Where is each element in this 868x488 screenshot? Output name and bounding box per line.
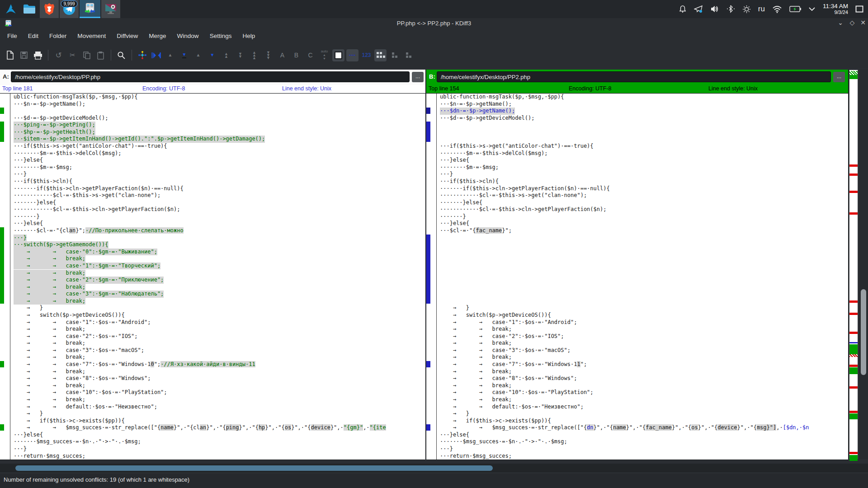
select-line-b-button[interactable]: B xyxy=(290,49,302,61)
brave-browser-icon[interactable] xyxy=(40,0,59,18)
copy-button[interactable] xyxy=(80,49,93,61)
horizontal-scrollbar-thumb[interactable] xyxy=(15,465,493,471)
word-wrap-button[interactable] xyxy=(374,49,387,61)
overview-diff-mark xyxy=(849,452,858,454)
battery-icon[interactable] xyxy=(789,6,801,12)
diff-gutter-mark xyxy=(426,235,430,304)
keyboard-layout-indicator[interactable]: ru xyxy=(758,5,765,14)
pane-b-encoding: Encoding: UTF-8 xyxy=(569,85,611,92)
menu-edit[interactable]: Edit xyxy=(23,30,44,42)
select-line-c-button[interactable]: C xyxy=(304,49,316,61)
code-line: ···$cl·=·"{fac_name}"; xyxy=(440,227,848,235)
go-prev-delta-button[interactable]: ▲ xyxy=(192,49,204,61)
window-titlebar[interactable]: PP.php <-> PP2.php - KDiff3 ⌄ ◇ ✕ xyxy=(0,18,868,30)
diff-overview-column[interactable] xyxy=(849,70,858,459)
close-button[interactable]: ✕ xyxy=(858,19,868,26)
kdiff3-taskbar-icon[interactable] xyxy=(80,0,100,18)
print-button[interactable] xyxy=(32,49,44,61)
pane-b-browse-button[interactable]: ... xyxy=(833,72,845,82)
code-line: ········$m·=·$msg; xyxy=(440,164,848,171)
code-line: ············$cl·=·$this->cln->getPlayerF… xyxy=(440,206,848,213)
menu-help[interactable]: Help xyxy=(237,30,260,42)
go-prev-unsolved-conflict-button[interactable]: ▲▲▲ xyxy=(248,49,260,61)
overview-diff-mark xyxy=(849,191,858,193)
cut-button[interactable]: ✂ xyxy=(66,49,79,61)
code-line: → } xyxy=(14,410,425,418)
undo-button[interactable]: ↺ xyxy=(52,49,65,61)
pane-a-code-area[interactable]: ublic·function·msgTask($p,·$msg,·$pp){··… xyxy=(0,93,425,460)
code-line: → → break; xyxy=(14,298,425,305)
minimize-button[interactable]: ⌄ xyxy=(835,19,845,26)
code-line: ···if($this->s->get("antiColor-chat")·==… xyxy=(14,143,425,150)
volume-icon[interactable] xyxy=(710,5,719,13)
menu-settings[interactable]: Settings xyxy=(204,30,237,42)
screen-recorder-icon[interactable] xyxy=(101,0,120,18)
show-window-a-button[interactable] xyxy=(388,49,401,61)
bluetooth-icon[interactable] xyxy=(726,5,735,13)
vertical-scrollbar[interactable] xyxy=(859,70,868,459)
pane-a-browse-button[interactable]: ... xyxy=(412,72,424,82)
diff-gutter-mark xyxy=(0,108,4,114)
pane-a-label: A: xyxy=(3,73,9,80)
go-next-unsolved-conflict-button[interactable]: ▼▼▼ xyxy=(262,49,274,61)
go-prev-conflict-button[interactable]: ▲▲ xyxy=(220,49,232,61)
code-line: ···$item·=·$p->getItemInHand()->getId().… xyxy=(14,136,425,143)
telegram-icon[interactable]: 9,999 xyxy=(60,0,79,18)
pane-a-path-input[interactable] xyxy=(11,71,410,82)
maximize-button[interactable]: ◇ xyxy=(847,19,857,26)
menu-file[interactable]: File xyxy=(2,30,23,42)
window-title: PP.php <-> PP2.php - KDiff3 xyxy=(0,20,868,27)
menu-diffview[interactable]: Diffview xyxy=(111,30,143,42)
go-next-delta-button[interactable]: ▼ xyxy=(206,49,218,61)
vertical-scrollbar-thumb[interactable] xyxy=(861,289,866,375)
menubar: FileEditFolderMovementDiffviewMergeWindo… xyxy=(0,30,868,42)
auto-advance-button[interactable]: auto▲▼ xyxy=(318,49,330,61)
code-line: → → break; xyxy=(440,368,848,375)
tray-expand-chevron-icon[interactable] xyxy=(808,7,816,11)
menu-movement[interactable]: Movement xyxy=(72,30,111,42)
new-file-button[interactable] xyxy=(4,49,16,61)
code-line: → if($this->c->exists($pp)){ xyxy=(440,418,848,425)
select-line-a-button[interactable]: A xyxy=(276,49,288,61)
code-line: ublic·function·msgTask($p,·$msg,·$pp){ xyxy=(440,94,848,101)
diff-pane-b: B: ... Top line 154 Encoding: UTF-8 Line… xyxy=(426,70,849,459)
code-line: ···$d·=·$p->getDeviceModel(); xyxy=(14,115,425,122)
wifi-icon[interactable] xyxy=(772,5,782,13)
find-button[interactable] xyxy=(115,49,127,61)
go-first-delta-button[interactable] xyxy=(150,49,162,61)
code-line: ···switch($p->getGamemode()){ xyxy=(14,241,425,249)
save-button[interactable] xyxy=(18,49,30,61)
show-line-numbers-button[interactable]: 123 xyxy=(360,49,373,61)
menu-merge[interactable]: Merge xyxy=(143,30,171,42)
go-last-delta-button[interactable]: ▼ xyxy=(178,49,190,61)
notifications-bell-icon[interactable] xyxy=(679,5,687,13)
code-line: ·······} xyxy=(14,213,425,221)
show-whitespace-chars-button[interactable]: --- xyxy=(346,49,359,61)
show-window-b-button[interactable] xyxy=(402,49,415,61)
pane-b-path-input[interactable] xyxy=(437,71,831,82)
overview-diff-mark xyxy=(849,212,858,215)
paste-button[interactable] xyxy=(94,49,107,61)
telegram-tray-icon[interactable] xyxy=(694,5,703,13)
diff-gutter-mark xyxy=(0,122,4,142)
brightness-icon[interactable] xyxy=(742,5,751,14)
diff-gutter-mark xyxy=(426,122,430,142)
code-line: → → case·"3":·$gm·=·"Наблюдатель"; xyxy=(14,291,425,298)
show-desktop-icon[interactable] xyxy=(855,5,863,13)
overview-diff-mark xyxy=(849,386,858,389)
go-prev-delta-a-button[interactable]: ▲ xyxy=(164,49,176,61)
arch-menu-icon[interactable] xyxy=(3,0,19,18)
code-line: ···$n·=·$p->getName(); xyxy=(440,101,848,108)
code-line: ········$m·=·$this->delCol($msg); xyxy=(14,150,425,157)
go-current-delta-button[interactable] xyxy=(136,49,148,61)
file-manager-icon[interactable] xyxy=(21,0,38,18)
toolbar: ↺✂▲▼▲▼▲▲▼▼▲▲▲▼▼▼ABCauto▲▼---123 xyxy=(0,42,868,68)
code-line: ·······if($this->cln->getPlayerFaction($… xyxy=(14,185,425,192)
horizontal-scrollbar[interactable] xyxy=(0,464,868,473)
menu-folder[interactable]: Folder xyxy=(44,30,72,42)
pane-b-code-area[interactable]: ublic·function·msgTask($p,·$msg,·$pp){··… xyxy=(426,93,848,460)
clock[interactable]: 11:34 AM 9/3/24 xyxy=(823,3,848,15)
show-whitespace-button[interactable] xyxy=(332,49,344,61)
menu-window[interactable]: Window xyxy=(172,30,204,42)
go-next-conflict-button[interactable]: ▼▼ xyxy=(234,49,246,61)
